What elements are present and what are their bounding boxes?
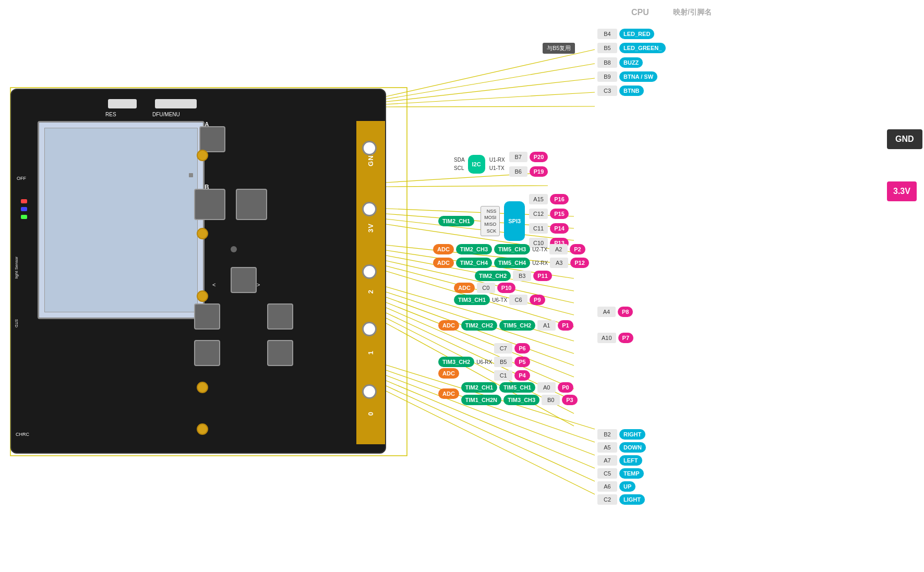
map-p16: P16 xyxy=(550,194,569,204)
action-btn-c[interactable] xyxy=(236,189,267,220)
led-1 xyxy=(21,199,27,203)
tim5ch2: TIM5_CH2 xyxy=(499,320,535,331)
left-arrow-label: < xyxy=(212,282,215,288)
led-3 xyxy=(21,215,27,219)
action-btn-a[interactable] xyxy=(199,126,225,152)
pin-row-a7: A7 LEFT xyxy=(597,455,642,466)
map-p14: P14 xyxy=(550,223,569,234)
tim2ch1-label: TIM2_CH1 xyxy=(438,216,474,226)
scl-label: SCL xyxy=(454,164,465,173)
map-p4: P4 xyxy=(514,370,530,381)
pin-row-a6: A6 UP xyxy=(597,481,635,492)
pin-row-a2: ADC TIM2_CH3 TIM5_CH3 U2-TX A2 P2 xyxy=(433,244,585,254)
pin-row-b9: B9 BTNA / SW xyxy=(597,71,657,82)
u6rx-label: U6-RX xyxy=(476,359,492,365)
dfu-button[interactable] xyxy=(155,99,197,108)
map-right: RIGHT xyxy=(619,429,645,440)
dpad-down-btn-right[interactable] xyxy=(267,340,293,366)
svg-line-0 xyxy=(386,50,595,96)
dpad-down-btn-left[interactable] xyxy=(194,340,220,366)
0-strip-label: 0 xyxy=(367,411,375,416)
led-2 xyxy=(21,207,27,211)
u6tx-label: U6-TX xyxy=(492,297,507,303)
dpad-left-btn[interactable] xyxy=(194,303,220,330)
cpu-b0: B0 xyxy=(542,395,560,405)
pcb-board: RES DFU/MENU A B V < > G xyxy=(10,89,386,454)
gnd-circle-top xyxy=(362,141,377,155)
pin-row-b5-led: B5 LED_GREEN_ xyxy=(597,43,666,53)
cpu-b4: B4 xyxy=(597,29,617,39)
pin-row-b7: SDA SCL I2C U1-RX U1-TX B7 B6 P20 P19 xyxy=(454,152,548,177)
tim2ch4: TIM2_CH4 xyxy=(456,258,492,268)
u1-tx-label: U1-TX xyxy=(489,164,505,173)
svg-line-1 xyxy=(386,64,595,99)
pin-row-c3: C3 BTNB xyxy=(597,86,644,96)
spi-cpu-boxes: A15 C12 C11 C10 xyxy=(529,194,548,248)
res-button[interactable] xyxy=(108,99,137,108)
svg-line-26 xyxy=(386,370,595,442)
cpu-c11: C11 xyxy=(529,223,548,234)
off-label: OFF xyxy=(17,176,26,181)
c7-b5-map: P6 P5 P4 xyxy=(514,343,530,381)
dpad-up-btn[interactable] xyxy=(231,267,257,293)
map-btna: BTNA / SW xyxy=(619,71,657,82)
cpu-a2: A2 xyxy=(549,244,568,254)
gold-dot-4 xyxy=(197,382,208,393)
sda-label: SDA xyxy=(454,156,465,164)
map-light: LIGHT xyxy=(619,494,645,505)
cpu-a10: A10 xyxy=(597,333,616,343)
map-p0: P0 xyxy=(558,382,573,393)
map-p6: P6 xyxy=(514,343,530,354)
pin-row-b4: B4 LED_RED xyxy=(597,29,654,39)
res-label: RES xyxy=(105,112,116,117)
u2tx-label: U2-TX xyxy=(532,247,547,252)
pin-row-a3: ADC TIM2_CH4 TIM5_CH4 U2-RX A3 P12 xyxy=(433,258,589,268)
tim2ch1-a0: TIM2_CH1 xyxy=(461,382,497,393)
a0-row1: TIM2_CH1 TIM5_CH1 A0 P0 xyxy=(461,382,578,393)
u2rx-label: U2-RX xyxy=(532,260,548,266)
map-header: 映射/引脚名 xyxy=(673,8,712,17)
tim3ch1: TIM3_CH1 xyxy=(454,295,490,305)
main-container: RES DFU/MENU A B V < > G xyxy=(0,0,924,572)
adc-a3: ADC xyxy=(433,258,454,268)
right-arrow-label: > xyxy=(257,282,260,288)
action-btn-b[interactable] xyxy=(194,189,225,220)
adc-a2: ADC xyxy=(433,244,454,254)
map-p11: P11 xyxy=(533,271,552,281)
cpu-a4: A4 xyxy=(597,307,616,317)
pin-row-c1-adc: ADC xyxy=(438,368,459,379)
spi-map-labels: P16 P15 P14 P13 xyxy=(550,194,569,248)
cpu-c6: C6 xyxy=(509,295,527,305)
spi-sck: SCK xyxy=(487,228,497,235)
adc-a0: ADC xyxy=(438,388,459,399)
tim3ch3: TIM3_CH3 xyxy=(503,395,539,405)
map-p3: P3 xyxy=(562,395,577,405)
cpu-b5-led: B5 xyxy=(597,43,617,53)
b5-note: 与B5复用 xyxy=(543,43,575,54)
map-left: LEFT xyxy=(619,455,642,466)
cpu-a3: A3 xyxy=(550,258,568,268)
cpu-c1: C1 xyxy=(494,370,512,381)
cpu-c7: C7 xyxy=(494,343,512,354)
tim3ch2: TIM3_CH2 xyxy=(438,357,474,367)
b7-b6-cpu: B7 B6 xyxy=(509,152,527,177)
map-led-green: LED_GREEN_ xyxy=(619,43,666,53)
pin-row-c5: C5 TEMP xyxy=(597,468,644,479)
map-btnb: BTNB xyxy=(619,86,644,96)
gold-dot-1 xyxy=(197,150,208,161)
tim-a0-group: TIM2_CH1 TIM5_CH1 A0 P0 TIM1_CH2N TIM3_C… xyxy=(461,382,578,405)
pin-row-c0: ADC C0 P10 xyxy=(454,283,515,293)
gold-dot-3 xyxy=(197,290,208,302)
pin-row-b2: B2 RIGHT xyxy=(597,429,645,440)
map-p7: P7 xyxy=(618,333,633,343)
screen-inner xyxy=(44,128,198,312)
svg-line-2 xyxy=(386,78,595,102)
small-comp-2 xyxy=(231,246,237,252)
1-strip-label: 1 xyxy=(367,350,375,355)
small-comp-1 xyxy=(189,173,193,177)
dpad-right-btn[interactable] xyxy=(267,303,293,330)
gnd-circle-2 xyxy=(362,202,377,216)
cpu-a6: A6 xyxy=(597,481,617,492)
c7-b5-cpu: C7 B5 C1 xyxy=(494,343,512,381)
gnd-circle-3 xyxy=(362,264,377,279)
